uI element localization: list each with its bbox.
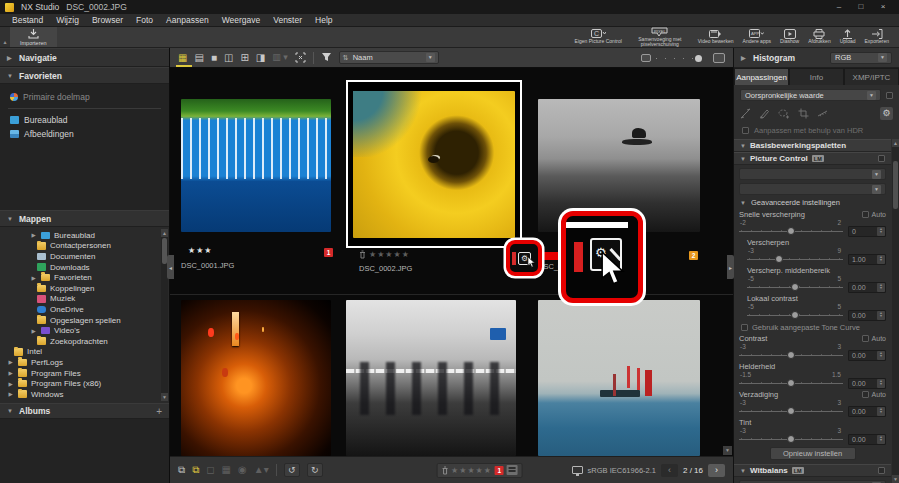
picture-control-checkbox[interactable] [878, 155, 885, 162]
tree-item-zoekopdrachten[interactable]: Zoekopdrachten [0, 336, 169, 347]
tree-item-documenten[interactable]: Documenten [0, 251, 169, 262]
slider-value-field[interactable]: 0.00▲▼ [848, 350, 886, 361]
slider-track[interactable] [739, 226, 843, 236]
label-badge-red[interactable]: 1 [324, 248, 333, 257]
slider-handle[interactable] [775, 255, 783, 263]
export-button[interactable]: Exporteren [865, 29, 889, 45]
label-picker-icon[interactable] [507, 465, 518, 475]
menu-help[interactable]: Help [315, 15, 332, 25]
auto-checkbox[interactable] [862, 335, 869, 342]
section-navigatie[interactable]: ▶ Navigatie [0, 48, 169, 67]
tab-xmp-iptc[interactable]: XMP/IPTC [844, 68, 899, 85]
preset-checkbox[interactable] [886, 92, 893, 99]
favorite-primaire-doelmap[interactable]: Primaire doelmap [0, 90, 169, 104]
section-basisbewerkingspaletten[interactable]: ▼ Basisbewerkingspaletten [734, 139, 891, 152]
tree-item-contactpersonen[interactable]: Contactpersonen [0, 241, 169, 252]
auto-checkbox[interactable] [862, 391, 869, 398]
maximize-button[interactable]: □ [850, 0, 872, 14]
tree-item-intel[interactable]: Intel [0, 347, 169, 358]
settings-gear-button[interactable]: ⚙ [880, 107, 893, 120]
filter-icon[interactable] [321, 52, 332, 63]
menu-wijzig[interactable]: Wijzig [56, 15, 79, 25]
rating-stars-empty[interactable]: ★★★★★ [359, 250, 410, 259]
add-album-button[interactable]: + [156, 406, 162, 417]
slider-handle[interactable] [787, 435, 795, 443]
slider-value-field[interactable]: 0.00▲▼ [848, 282, 886, 293]
rotate-left-button[interactable]: ↺ [284, 463, 300, 477]
grid-view-icon[interactable]: ▦ [178, 53, 187, 63]
close-button[interactable]: × [872, 0, 894, 14]
slider-handle[interactable] [787, 407, 795, 415]
histogram-header[interactable]: ▶ Histogram RGB▼ [734, 48, 899, 68]
slider-handle[interactable] [791, 283, 799, 291]
toolbar-collapse-icon[interactable]: ▴ [0, 27, 10, 47]
slider-track[interactable] [739, 434, 843, 444]
tree-item-koppelingen[interactable]: Koppelingen [0, 283, 169, 294]
upload-button[interactable]: Upload [840, 29, 856, 45]
single-view-icon[interactable]: ■ [211, 53, 217, 63]
slider-track[interactable] [747, 282, 843, 292]
section-favorieten[interactable]: ▼ Favorieten [0, 67, 169, 84]
previous-image-button[interactable]: ‹ [661, 464, 678, 477]
thumbnail-size-slider[interactable] [656, 54, 708, 62]
stepper-icon[interactable]: ▲▼ [877, 311, 885, 320]
rating-stars[interactable]: ★★★★★ [451, 466, 492, 475]
stepper-icon[interactable]: ▲▼ [877, 255, 885, 264]
tree-item-perflogs[interactable]: ▶PerfLogs [0, 357, 169, 368]
tone-curve-checkbox[interactable] [741, 324, 748, 331]
section-picture-control[interactable]: ▼ Picture Control LM [734, 152, 891, 165]
slider-handle[interactable] [791, 311, 799, 319]
tree-item-opgeslagen-spellen[interactable]: Opgeslagen spellen [0, 315, 169, 326]
minimize-button[interactable]: – [828, 0, 850, 14]
thumbnail-dsc0001[interactable] [181, 99, 331, 232]
video-edit-button[interactable]: Video bewerken [698, 29, 734, 45]
auto-checkbox[interactable] [862, 211, 869, 218]
sidebar-collapse-handle[interactable]: ◂ [167, 255, 174, 279]
scroll-up-icon[interactable]: ▲ [892, 139, 899, 147]
tree-item-onedrive[interactable]: OneDrive [0, 304, 169, 315]
section-witbalans[interactable]: ▼ Witbalans LM [734, 464, 891, 477]
thumbnail-night-alley[interactable] [181, 300, 331, 456]
import-button[interactable]: Importeren [10, 27, 57, 47]
tab-aanpassingen[interactable]: Aanpassingen [734, 68, 789, 85]
tree-item-muziek[interactable]: Muziek [0, 294, 169, 305]
multi-view-icon[interactable]: ⊞ [240, 53, 248, 63]
preset-dropdown[interactable]: Oorspronkelijke waarde▼ [740, 89, 881, 101]
thumbnail-harbor[interactable] [538, 300, 700, 456]
menu-browser[interactable]: Browser [92, 15, 123, 25]
slider-handle[interactable] [695, 55, 702, 62]
slider-handle[interactable] [787, 379, 795, 387]
tree-item-videos[interactable]: ▶Video's [0, 325, 169, 336]
slider-track[interactable] [747, 310, 843, 320]
tree-item-windows[interactable]: ▶Windows [0, 389, 169, 400]
stack-expand-icon-active[interactable]: ⧉ [192, 465, 199, 475]
tree-item-bureaublad[interactable]: ▶Bureaublad [0, 230, 169, 241]
slider-value-field[interactable]: 0▲▼ [848, 226, 886, 237]
stepper-icon[interactable]: ▲▼ [877, 407, 885, 416]
menu-venster[interactable]: Venster [273, 15, 302, 25]
section-albums[interactable]: ▼ Albums + [0, 403, 169, 419]
fullscreen-icon[interactable] [295, 52, 306, 63]
favorite-bureaublad[interactable]: Bureaublad [0, 113, 169, 127]
tree-item-downloads[interactable]: Downloads [0, 262, 169, 273]
rotate-right-button[interactable]: ↻ [307, 463, 323, 477]
picture-control-button[interactable]: C Eigen Picture Control [575, 29, 622, 45]
slider-value-field[interactable]: 1.00▲▼ [848, 254, 886, 265]
slider-handle[interactable] [787, 351, 795, 359]
scrollbar-thumb[interactable] [893, 161, 898, 209]
section-mappen[interactable]: ▼ Mappen [0, 210, 169, 227]
scroll-down-icon[interactable]: ▼ [161, 393, 168, 401]
image-filmstrip-view-icon[interactable]: ◫ [224, 53, 233, 63]
tree-item-program-files-x86[interactable]: ▶Program Files (x86) [0, 378, 169, 389]
remove-rating-icon[interactable] [441, 466, 448, 475]
menu-weergave[interactable]: Weergave [222, 15, 261, 25]
next-image-button[interactable]: › [708, 464, 725, 477]
histogram-channel-dropdown[interactable]: RGB▼ [830, 52, 892, 64]
tab-info[interactable]: Info [789, 68, 844, 85]
tree-item-program-files[interactable]: ▶Program Files [0, 368, 169, 379]
advanced-settings-header[interactable]: ▼ Geavanceerde instellingen [739, 195, 886, 209]
slideshow-button[interactable]: Diashow [780, 29, 799, 45]
rating-stars[interactable]: ★★★ [188, 246, 213, 255]
slider-track[interactable] [739, 378, 843, 388]
slider-value-field[interactable]: 0.00▲▼ [848, 378, 886, 389]
